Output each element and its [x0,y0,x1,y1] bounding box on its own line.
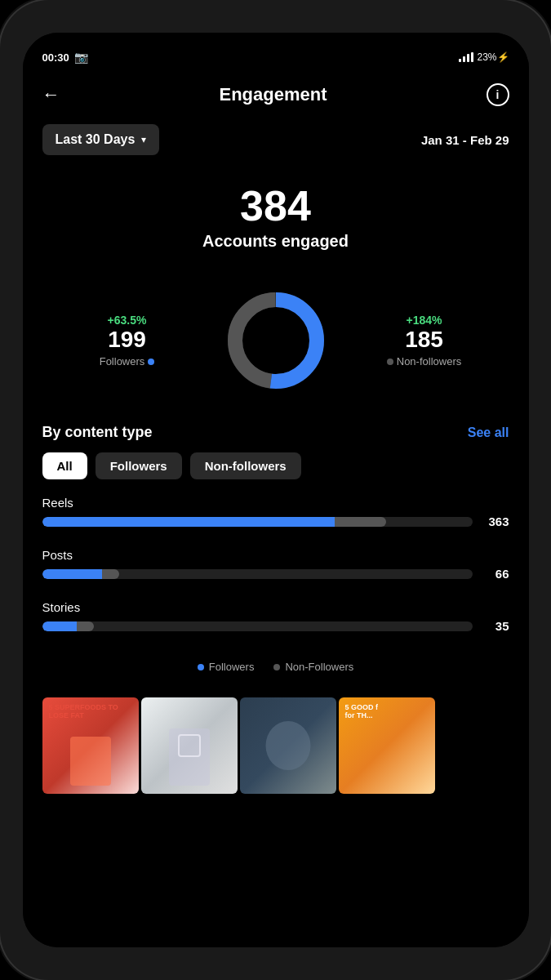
posts-bar-container: 66 [42,567,509,581]
chart-legend: Followers Non-Followers [23,653,529,689]
donut-chart-section: +63.5% 199 Followers [23,267,529,417]
stories-value: 35 [481,619,509,633]
reels-bar-track [42,517,473,527]
stories-row: Stories 35 [42,600,509,633]
signal-bar-2 [463,56,465,62]
non-followers-legend-item: Non-Followers [273,661,353,673]
status-bar: 00:30 📷 23%⚡ [23,33,529,74]
thumbnail-1[interactable]: 5 Superfoods toLOSE FAT [42,697,139,794]
content-thumbnails: 5 Superfoods toLOSE FAT 5 GOOD ffor TH..… [23,689,529,810]
reels-bar-gray [335,517,386,527]
see-all-button[interactable]: See all [468,425,509,440]
battery-display: 23%⚡ [477,51,509,63]
posts-row: Posts 66 [42,548,509,581]
reels-bar-container: 363 [42,514,509,528]
posts-bar-blue [42,569,103,579]
page-title: Engagement [219,84,327,105]
followers-legend-dot [198,664,204,670]
non-followers-change: +184% [333,314,516,327]
status-left: 00:30 📷 [42,51,88,64]
non-followers-stat: +184% 185 Non-followers [333,314,516,368]
main-scroll-content: 384 Accounts engaged +63.5% 199 Follower… [23,168,529,947]
signal-indicator [459,52,473,62]
chevron-down-icon: ▾ [141,134,146,145]
non-followers-dot [387,359,393,365]
donut-chart [219,283,333,398]
posts-bar-gray [102,569,119,579]
followers-stat: +63.5% 199 Followers [36,314,219,368]
date-range-display: Jan 31 - Feb 29 [421,133,509,147]
signal-bar-4 [471,52,473,62]
notch [235,39,317,57]
stories-bar-container: 35 [42,619,509,633]
notch-pill [235,39,317,57]
phone-frame: 00:30 📷 23%⚡ ← Engagement [0,0,551,980]
status-right: 23%⚡ [459,51,509,63]
date-filter-bar: Last 30 Days ▾ Jan 31 - Feb 29 [23,116,529,168]
instagram-icon: 📷 [74,51,88,64]
content-type-title: By content type [42,424,153,441]
posts-label: Posts [42,548,509,562]
tab-all[interactable]: All [42,452,87,479]
non-followers-legend-dot [273,664,280,670]
thumbnail-3[interactable] [240,697,336,794]
thumbnail-1-text: 5 Superfoods toLOSE FAT [49,704,118,720]
stories-bar-blue [42,621,77,631]
phone-screen: 00:30 📷 23%⚡ ← Engagement [23,33,529,947]
reels-value: 363 [481,514,509,528]
time-display: 00:30 [42,51,69,64]
thumbnail-2[interactable] [141,697,238,794]
bar-chart-section: Reels 363 Posts [23,496,529,633]
reels-bar-blue [42,517,335,527]
stories-bar-gray [77,621,94,631]
tab-non-followers[interactable]: Non-followers [190,452,301,479]
non-followers-number: 185 [333,327,516,353]
back-button[interactable]: ← [42,86,60,104]
signal-bar-1 [459,59,461,62]
non-followers-label: Non-followers [333,355,516,368]
content-type-header: By content type See all [23,417,529,452]
followers-label: Followers [36,355,219,368]
reels-row: Reels 363 [42,496,509,528]
tab-followers[interactable]: Followers [96,452,182,479]
engaged-count: 384 [42,185,509,227]
followers-change: +63.5% [36,314,219,327]
signal-bar-3 [467,54,469,62]
followers-legend-item: Followers [198,661,255,673]
engagement-stats-section: 384 Accounts engaged [23,168,529,267]
thumbnail-4[interactable]: 5 GOOD ffor TH... [339,697,435,794]
app-header: ← Engagement i [23,74,529,116]
followers-dot [148,359,154,365]
posts-bar-track [42,569,473,579]
stories-label: Stories [42,600,509,614]
engaged-label: Accounts engaged [42,232,509,251]
stories-bar-track [42,621,473,631]
donut-svg [219,283,333,398]
posts-value: 66 [481,567,509,581]
followers-legend-label: Followers [209,661,255,673]
followers-number: 199 [36,327,219,353]
content-filter-tabs: All Followers Non-followers [23,452,529,496]
reels-label: Reels [42,496,509,510]
period-dropdown[interactable]: Last 30 Days ▾ [42,124,160,155]
thumbnail-4-text: 5 GOOD ffor TH... [345,704,379,720]
filter-label: Last 30 Days [56,132,136,147]
info-button[interactable]: i [487,83,509,106]
non-followers-legend-label: Non-Followers [285,661,353,673]
